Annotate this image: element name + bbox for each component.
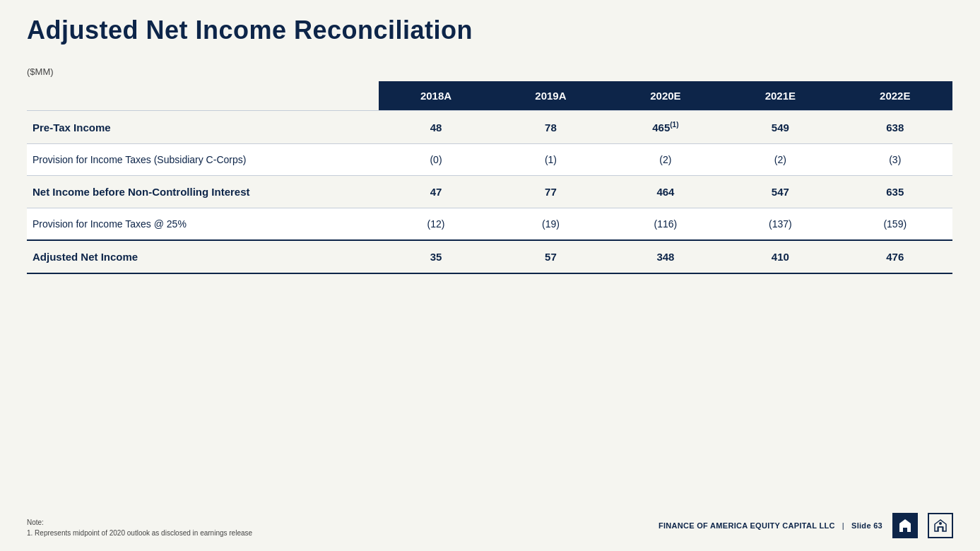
cell-provision-25pct-col3: (137) [723, 208, 837, 241]
svg-point-1 [939, 522, 942, 525]
cell-provision-25pct-col0: (12) [379, 208, 493, 241]
cell-provision-subsidiary-col2: (2) [608, 144, 723, 176]
row-label-pre-tax-income: Pre-Tax Income [27, 111, 379, 144]
header-label-col [27, 81, 379, 111]
table-wrapper: 2018A 2019A 2020E 2021E 2022E Pre-Tax In… [27, 81, 952, 274]
cell-adjusted-net-income-col4: 476 [838, 240, 952, 273]
page-container: Adjusted Net Income Reconciliation ($MM)… [0, 0, 980, 551]
cell-adjusted-net-income-col3: 410 [723, 240, 837, 273]
svg-rect-0 [904, 528, 907, 532]
cell-provision-subsidiary-col0: (0) [379, 144, 493, 176]
table-header-row: 2018A 2019A 2020E 2021E 2022E [27, 81, 952, 111]
reconciliation-table: 2018A 2019A 2020E 2021E 2022E Pre-Tax In… [27, 81, 952, 274]
cell-adjusted-net-income-col1: 57 [493, 240, 608, 273]
header-2022e: 2022E [838, 81, 952, 111]
page-title: Adjusted Net Income Reconciliation [27, 16, 953, 45]
table-row-adjusted-net-income: Adjusted Net Income3557348410476 [27, 240, 952, 273]
cell-net-income-non-controlling-col4: 635 [838, 176, 952, 208]
header-2019a: 2019A [493, 81, 608, 111]
table-row-pre-tax-income: Pre-Tax Income4878465(1)549638 [27, 111, 952, 144]
cell-net-income-non-controlling-col2: 464 [608, 176, 723, 208]
row-label-net-income-non-controlling: Net Income before Non-Controlling Intere… [27, 176, 379, 208]
cell-pre-tax-income-col2: 465(1) [608, 111, 723, 144]
cell-provision-subsidiary-col3: (2) [723, 144, 837, 176]
cell-provision-subsidiary-col1: (1) [493, 144, 608, 176]
logo-icon-1 [892, 513, 918, 538]
company-name: FINANCE OF AMERICA EQUITY CAPITAL LLC [659, 521, 835, 530]
cell-net-income-non-controlling-col3: 547 [723, 176, 837, 208]
cell-pre-tax-income-col4: 638 [838, 111, 952, 144]
cell-adjusted-net-income-col2: 348 [608, 240, 723, 273]
cell-net-income-non-controlling-col0: 47 [379, 176, 493, 208]
cell-provision-subsidiary-col4: (3) [838, 144, 952, 176]
header-2021e: 2021E [723, 81, 837, 111]
row-label-provision-subsidiary: Provision for Income Taxes (Subsidiary C… [27, 144, 379, 176]
cell-pre-tax-income-col3: 549 [723, 111, 837, 144]
row-label-provision-25pct: Provision for Income Taxes @ 25% [27, 208, 379, 241]
cell-provision-25pct-col1: (19) [493, 208, 608, 241]
footer: Note: 1. Represents midpoint of 2020 out… [27, 513, 953, 538]
cell-provision-25pct-col4: (159) [838, 208, 952, 241]
note-item: 1. Represents midpoint of 2020 outlook a… [27, 528, 252, 538]
cell-adjusted-net-income-col0: 35 [379, 240, 493, 273]
slide-label: Slide 63 [851, 521, 882, 530]
note-title: Note: [27, 517, 252, 528]
table-row-provision-subsidiary: Provision for Income Taxes (Subsidiary C… [27, 144, 952, 176]
logo-icon-2 [928, 513, 953, 538]
table-row-provision-25pct: Provision for Income Taxes @ 25%(12)(19)… [27, 208, 952, 241]
cell-pre-tax-income-col0: 48 [379, 111, 493, 144]
header-2020e: 2020E [608, 81, 723, 111]
cell-net-income-non-controlling-col1: 77 [493, 176, 608, 208]
footer-notes: Note: 1. Represents midpoint of 2020 out… [27, 517, 252, 538]
cell-provision-25pct-col2: (116) [608, 208, 723, 241]
cell-pre-tax-income-col1: 78 [493, 111, 608, 144]
footer-company: FINANCE OF AMERICA EQUITY CAPITAL LLC | … [659, 521, 882, 530]
table-row-net-income-non-controlling: Net Income before Non-Controlling Intere… [27, 176, 952, 208]
footer-right: FINANCE OF AMERICA EQUITY CAPITAL LLC | … [659, 513, 953, 538]
unit-label: ($MM) [27, 66, 953, 77]
row-label-adjusted-net-income: Adjusted Net Income [27, 240, 379, 273]
header-2018a: 2018A [379, 81, 493, 111]
